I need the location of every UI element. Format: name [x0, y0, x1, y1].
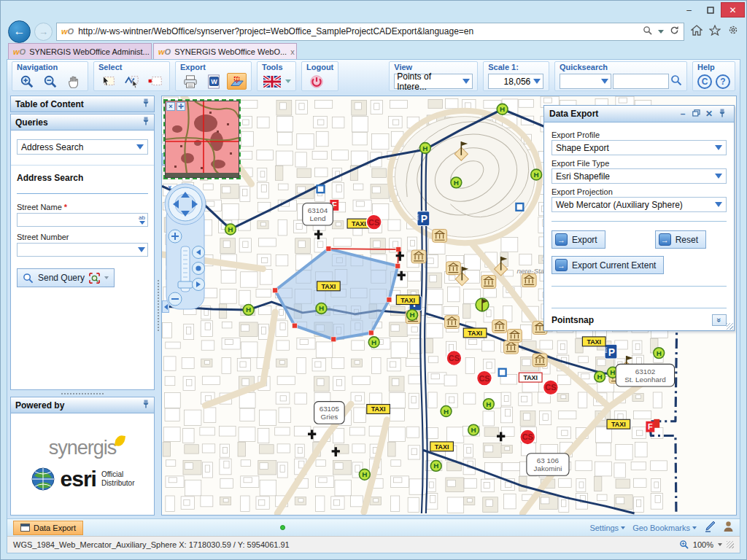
zoom-slider-handle[interactable] — [178, 281, 193, 288]
logout-power-icon[interactable] — [306, 73, 326, 90]
scale-input[interactable]: 18,056 — [488, 74, 543, 89]
export-button[interactable]: →Export — [551, 230, 605, 249]
tools-dropdown-icon[interactable] — [285, 79, 291, 83]
selection-vertex-handle[interactable] — [368, 330, 374, 335]
toolbar-group-select: Select — [93, 61, 170, 91]
toc-panel-header[interactable]: Table of Content — [10, 96, 155, 112]
select-rectangle-tool[interactable] — [98, 73, 118, 90]
svg-text:H: H — [471, 426, 476, 434]
queries-panel-body: Address Search Address Search Street Nam… — [10, 131, 155, 390]
tab-close-icon[interactable]: x — [290, 47, 295, 56]
overview-map[interactable]: × ✢ — [165, 101, 239, 178]
data-export-panel: Data Export – ✕ Export Profile Shape Exp… — [543, 105, 735, 331]
redlining-pen-icon[interactable] — [704, 521, 716, 535]
powered-by-header[interactable]: Powered by — [10, 397, 155, 413]
quicksearch-go-icon[interactable] — [670, 74, 682, 89]
quicksearch-input[interactable] — [613, 74, 669, 89]
selection-vertex-handle[interactable] — [292, 323, 297, 328]
back-button[interactable]: ← — [8, 20, 31, 43]
export-projection-select[interactable]: Web Mercator (Auxiliary Sphere) — [551, 197, 727, 212]
panel-resize-grip[interactable] — [727, 323, 733, 330]
zoom-in-tool[interactable] — [17, 73, 36, 90]
quicksearch-select[interactable] — [560, 74, 611, 89]
cad-export-tool[interactable] — [227, 73, 247, 90]
taxi-stand-icon: TAXI — [367, 405, 390, 414]
pointsnap-section[interactable]: Pointsnap » — [551, 308, 727, 326]
language-flag-tool[interactable] — [262, 73, 282, 90]
svg-text:TAXI: TAXI — [468, 330, 482, 337]
user-profile-icon[interactable] — [723, 521, 734, 535]
building-poi-icon — [433, 229, 447, 242]
panel-restore-icon[interactable] — [689, 109, 703, 119]
map-navigation-widget[interactable]: × — [163, 182, 212, 312]
query-type-select[interactable]: Address Search — [17, 139, 148, 155]
tab-weboffice-client[interactable]: wO SYNERGIS WebOffice WebO... x — [153, 43, 297, 59]
forward-button[interactable]: → — [34, 23, 53, 41]
settings-gear-icon[interactable] — [727, 24, 739, 39]
home-icon[interactable] — [691, 25, 703, 39]
overview-close-icon[interactable]: × — [166, 102, 175, 111]
svg-text:BUS: BUS — [604, 347, 608, 353]
expand-chevron-icon[interactable]: » — [712, 314, 727, 326]
pin-icon[interactable] — [142, 400, 150, 411]
navwidget-close-icon[interactable]: × — [168, 184, 171, 191]
map-viewport[interactable]: PBUSPBUSPBUSHHHHHHHHHHHHHHHHHHTAXITAXITA… — [161, 96, 737, 516]
refresh-icon[interactable] — [670, 25, 679, 38]
selection-vertex-handle[interactable] — [273, 288, 278, 293]
close-button[interactable]: ✕ — [721, 2, 745, 18]
bus-stop-icon: H — [441, 406, 452, 417]
selection-vertex-handle[interactable] — [395, 263, 400, 268]
panel-close-icon[interactable]: ✕ — [703, 109, 716, 119]
queries-panel-header[interactable]: Queries — [10, 114, 155, 131]
panel-minimize-icon[interactable]: – — [676, 109, 689, 119]
url-dropdown-icon[interactable] — [658, 30, 664, 34]
data-export-task-button[interactable]: Data Export — [13, 521, 83, 535]
search-icon[interactable] — [643, 25, 652, 38]
street-name-input[interactable]: ab — [17, 213, 148, 227]
send-query-dropdown-icon[interactable] — [104, 276, 109, 279]
selection-vertex-handle[interactable] — [396, 247, 401, 252]
export-current-extent-button[interactable]: →Export Current Extent — [551, 256, 664, 274]
taxi-stand-icon: TAXI — [396, 295, 419, 305]
export-profile-select[interactable]: Shape Export — [551, 140, 727, 155]
pin-icon[interactable] — [142, 117, 150, 128]
sidebar-map-splitter[interactable] — [155, 96, 161, 516]
overview-move-icon[interactable]: ✢ — [177, 102, 185, 111]
selection-vertex-handle[interactable] — [387, 298, 392, 303]
word-export-tool[interactable]: W — [204, 73, 223, 90]
taxi-stand-icon: TAXI — [430, 442, 454, 451]
page-zoom-icon[interactable] — [679, 540, 689, 551]
sidebar-horizontal-splitter[interactable] — [10, 390, 155, 397]
view-select[interactable]: Points of Intere... — [394, 74, 473, 89]
minimize-button[interactable]: – — [678, 2, 700, 18]
fire-station-icon: F — [646, 421, 654, 432]
zoom-out-tool[interactable] — [40, 73, 60, 90]
maximize-button[interactable] — [700, 2, 721, 18]
reset-button[interactable]: →Reset — [655, 230, 706, 249]
selection-vertex-handle[interactable] — [326, 246, 331, 252]
tab-weboffice-admin[interactable]: wO SYNERGIS WebOffice Administ... — [8, 43, 152, 59]
settings-menu[interactable]: Settings — [589, 524, 625, 532]
favorites-star-icon[interactable] — [709, 25, 721, 39]
send-query-button[interactable]: Send Query — [17, 268, 115, 287]
select-line-tool[interactable] — [122, 73, 142, 90]
url-bar[interactable]: wO http://w-ws-wintner/WebOffice/synserv… — [56, 23, 684, 41]
copyright-button[interactable]: C — [697, 74, 712, 89]
zoom-dropdown-icon[interactable] — [718, 543, 722, 546]
svg-text:H: H — [371, 338, 376, 346]
help-button[interactable]: ? — [716, 74, 730, 89]
pin-icon[interactable] — [142, 98, 150, 109]
resize-grip[interactable] — [727, 541, 734, 548]
pan-hand-tool[interactable] — [63, 73, 83, 90]
pin-icon[interactable] — [716, 109, 729, 120]
data-export-header[interactable]: Data Export – ✕ — [544, 106, 734, 122]
export-filetype-select[interactable]: Esri Shapefile — [551, 168, 727, 184]
url-text[interactable]: http://w-ws-wintner/WebOffice/synserver?… — [78, 26, 638, 36]
clear-selection-tool[interactable] — [145, 73, 165, 90]
page-zoom-value[interactable]: 100% — [693, 540, 713, 549]
street-number-input[interactable] — [17, 243, 148, 257]
geo-bookmarks-menu[interactable]: Geo Bookmarks — [632, 524, 697, 532]
print-tool[interactable] — [180, 73, 200, 90]
selection-vertex-handle[interactable] — [331, 337, 336, 342]
tab-title: SYNERGIS WebOffice WebO... — [174, 47, 287, 56]
